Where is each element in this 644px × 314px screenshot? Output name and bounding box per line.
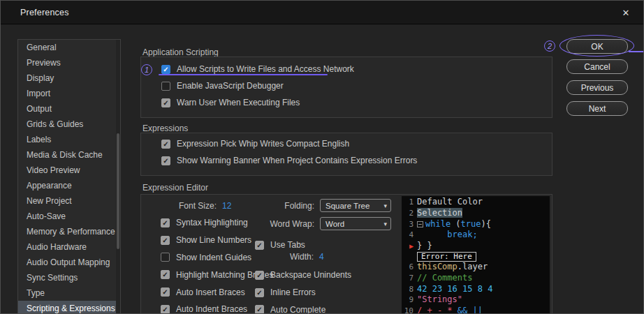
code-text: / + - * && || <box>417 306 483 314</box>
sidebar-item[interactable]: Import <box>18 86 120 101</box>
chevron-down-icon: ▾ <box>383 220 387 227</box>
checkbox-label: Show Indent Guides <box>176 253 251 262</box>
checkbox[interactable]: ✓ <box>161 218 170 227</box>
sidebar-item[interactable]: Audio Hardware <box>18 239 120 255</box>
close-icon[interactable]: ✕ <box>620 6 632 19</box>
sidebar-item[interactable]: Previews <box>18 55 120 70</box>
inline-error-row: Error: Here <box>402 252 550 262</box>
checkbox[interactable]: ✓ <box>161 287 170 297</box>
checkbox-label: Expression Pick Whip Writes Compact Engl… <box>177 139 349 149</box>
code-line: 9"Strings" <box>402 294 550 306</box>
sidebar-item[interactable]: Scripting & Expressions <box>18 301 120 314</box>
sidebar-item[interactable]: Audio Output Mapping <box>18 255 120 270</box>
annotation-ellipse-ok <box>559 35 634 57</box>
sidebar-item[interactable]: Memory & Performance <box>18 224 120 239</box>
sidebar: GeneralPreviewsDisplayImportOutputGrids … <box>17 39 121 314</box>
checkbox-label: Auto Insert Braces <box>176 287 245 297</box>
checkbox[interactable] <box>161 253 170 262</box>
next-button[interactable]: Next <box>566 101 628 116</box>
checkbox-label: Allow Scripts to Write Files and Access … <box>177 64 354 74</box>
sidebar-item[interactable]: Video Preview <box>18 163 120 178</box>
sidebar-item[interactable]: Type <box>18 285 120 301</box>
folding-selected-value: Square Tree <box>325 202 383 210</box>
code-token: && || <box>458 306 483 314</box>
checkbox[interactable]: ✓ <box>161 236 170 245</box>
app-scripting-box: ✓Allow Scripts to Write Files and Access… <box>140 57 552 118</box>
checkbox-label: Show Line Numbers <box>176 235 251 245</box>
code-token: while <box>425 219 451 229</box>
code-text: 42 23 16 15 8 4 <box>417 284 492 295</box>
line-number: 2 <box>402 208 417 219</box>
font-size-value[interactable]: 12 <box>222 201 231 211</box>
sidebar-item[interactable]: Labels <box>18 132 120 147</box>
code-token: ){ <box>481 219 490 229</box>
checkbox-row: Enable JavaScript Debugger <box>161 77 552 94</box>
checkbox[interactable]: ✓ <box>255 271 264 280</box>
fold-collapse-icon[interactable]: − <box>417 221 423 227</box>
checkbox[interactable]: ✓ <box>161 140 170 149</box>
expression-editor-box: Font Size: 12 Folding: Square Tree ▾ Wor… <box>140 194 552 314</box>
width-value[interactable]: 4 <box>319 252 324 262</box>
annotation-underline <box>159 74 328 75</box>
sidebar-item[interactable]: Auto-Save <box>18 209 120 224</box>
sidebar-item[interactable]: Display <box>18 70 120 86</box>
code-text: "Strings" <box>417 294 462 306</box>
cancel-button[interactable]: Cancel <box>566 59 628 74</box>
checkbox-label: Warn User When Executing Files <box>177 98 300 107</box>
line-number: 8 <box>402 284 417 295</box>
sidebar-item[interactable]: Output <box>18 101 120 117</box>
checkbox-label: Syntax Highlighting <box>176 218 248 227</box>
checkbox-label: Inline Errors <box>270 287 316 297</box>
code-token: } } <box>417 241 432 251</box>
checkbox[interactable]: ✓ <box>161 305 170 314</box>
checkbox[interactable]: ✓ <box>161 270 170 279</box>
checkbox[interactable]: ✓ <box>255 305 264 314</box>
code-text: Selection <box>417 208 462 219</box>
folding-dropdown[interactable]: Square Tree ▾ <box>320 199 391 212</box>
checkbox[interactable]: ✓ <box>255 288 264 297</box>
sidebar-scrollbar[interactable] <box>116 40 120 314</box>
checkbox-row: ✓Syntax Highlighting <box>161 214 273 232</box>
checkbox-row: ✓Auto Complete <box>255 301 351 314</box>
line-number: 4 <box>402 230 417 241</box>
code-line: 842 23 16 15 8 4 <box>402 284 550 295</box>
sidebar-item[interactable]: New Project <box>18 193 120 209</box>
sidebar-item[interactable]: Sync Settings <box>18 270 120 285</box>
checkbox-label: Auto Complete <box>270 305 325 314</box>
code-line: ▶} } <box>402 241 550 252</box>
annotation-step-2: 2 <box>544 40 555 52</box>
error-marker-icon: ▶ <box>402 241 417 252</box>
titlebar: Preferences ✕ <box>1 1 643 24</box>
checkbox-row: ✓Warn User When Executing Files <box>161 94 552 111</box>
line-number: 6 <box>402 262 417 273</box>
sidebar-item[interactable]: Media & Disk Cache <box>18 147 120 163</box>
code-token: / + - * <box>417 306 458 314</box>
checkbox[interactable]: ✓ <box>161 65 170 74</box>
code-line: 2Selection <box>402 208 550 219</box>
word-wrap-dropdown[interactable]: Word ▾ <box>320 217 391 230</box>
checkbox-label: Backspace Unindents <box>270 270 351 280</box>
checkbox-row: ✓Show Warning Banner When Project Contai… <box>161 152 552 169</box>
checkbox[interactable] <box>161 82 170 91</box>
checkbox[interactable]: ✓ <box>161 156 170 165</box>
code-line: 10/ + - * && || <box>402 306 550 314</box>
checkbox-row: ✓Backspace Unindents <box>255 267 351 284</box>
preferences-dialog: Preferences ✕ GeneralPreviewsDisplayImpo… <box>0 0 644 314</box>
editor-mid-options: ✓Backspace Unindents✓Inline Errors✓Auto … <box>255 267 351 314</box>
sidebar-scrollbar-thumb[interactable] <box>117 133 119 249</box>
code-text: // Comments <box>417 273 472 284</box>
code-text: −while (true){ <box>417 219 491 230</box>
sidebar-item[interactable]: Grids & Guides <box>18 117 120 132</box>
sidebar-item[interactable]: General <box>18 40 120 55</box>
annotation-ellipse-tail <box>629 51 644 52</box>
sidebar-item[interactable]: Appearance <box>18 178 120 193</box>
checkbox-row: ✓Inline Errors <box>255 284 351 301</box>
previous-button[interactable]: Previous <box>566 80 628 95</box>
code-token: .layer <box>458 262 488 271</box>
line-number: 3 <box>402 219 417 230</box>
annotation-step-1: 1 <box>141 64 152 75</box>
checkbox[interactable]: ✓ <box>161 98 170 107</box>
checkbox[interactable]: ✓ <box>255 241 264 250</box>
code-text: thisComp.layer <box>417 262 488 273</box>
dialog-title: Preferences <box>20 8 69 17</box>
